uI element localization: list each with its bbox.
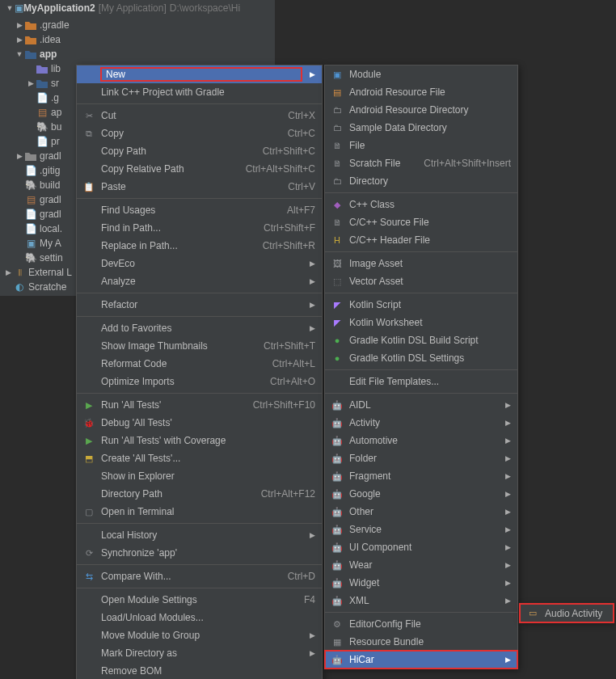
menu-new-sample-data[interactable]: 🗀Sample Data Directory bbox=[325, 119, 517, 137]
menu-copy-path[interactable]: Copy PathCtrl+Shift+C bbox=[77, 142, 322, 160]
gradle-icon: 🐘 bbox=[24, 252, 37, 264]
tree-item-gradle[interactable]: ▶.gradle bbox=[0, 18, 275, 32]
folder-icon: 🗀 bbox=[330, 105, 344, 115]
shortcut: Ctrl+Shift+F10 bbox=[253, 399, 315, 411]
menu-new-widget[interactable]: 🤖Widget▶ bbox=[325, 574, 517, 592]
menu-new-scratch[interactable]: 🗎Scratch FileCtrl+Alt+Shift+Insert bbox=[325, 154, 517, 172]
menu-run-coverage[interactable]: ▶Run 'All Tests' with Coverage bbox=[77, 432, 322, 449]
menu-separator bbox=[325, 393, 517, 394]
context-menu-main: New▶ Link C++ Project with Gradle ✂CutCt… bbox=[76, 65, 323, 679]
menu-label: EditorConfig File bbox=[349, 618, 511, 630]
menu-new-cpp-source[interactable]: 🗎C/C++ Source File bbox=[325, 213, 517, 231]
menu-new-resource-dir[interactable]: 🗀Android Resource Directory bbox=[325, 101, 517, 119]
menu-label: Copy bbox=[101, 128, 273, 139]
submenu-arrow-icon: ▶ bbox=[505, 436, 511, 445]
shortcut: Ctrl+Alt+Shift+C bbox=[246, 163, 315, 175]
android-icon: 🤖 bbox=[330, 560, 344, 571]
tree-item-idea[interactable]: ▶.idea bbox=[0, 32, 275, 47]
menu-label: Replace in Path... bbox=[101, 240, 248, 251]
menu-new-editorconfig[interactable]: ⚙EditorConfig File bbox=[325, 615, 517, 633]
menu-new-automotive[interactable]: 🤖Automotive▶ bbox=[325, 432, 517, 449]
tree-label: External L bbox=[28, 267, 72, 278]
menu-new-directory[interactable]: 🗀Directory bbox=[325, 172, 517, 190]
menu-new-xml[interactable]: 🤖XML▶ bbox=[325, 592, 517, 609]
submenu-arrow-icon: ▶ bbox=[505, 597, 511, 605]
menu-load-unload[interactable]: Load/Unload Modules... bbox=[77, 609, 322, 626]
menu-directory-path[interactable]: Directory PathCtrl+Alt+F12 bbox=[77, 485, 322, 503]
menu-find-usages[interactable]: Find UsagesAlt+F7 bbox=[77, 201, 322, 219]
kotlin-icon: ◤ bbox=[330, 318, 344, 328]
menu-debug[interactable]: 🐞Debug 'All Tests' bbox=[77, 414, 322, 432]
menu-new-service[interactable]: 🤖Service▶ bbox=[325, 521, 517, 538]
menu-run[interactable]: ▶Run 'All Tests'Ctrl+Shift+F10 bbox=[77, 396, 322, 414]
menu-new-gradle-build[interactable]: ●Gradle Kotlin DSL Build Script bbox=[325, 331, 517, 349]
menu-new-file[interactable]: 🗎File bbox=[325, 137, 517, 154]
menu-find-in-path[interactable]: Find in Path...Ctrl+Shift+F bbox=[77, 219, 322, 237]
tree-item-app[interactable]: ▼app bbox=[0, 47, 275, 61]
project-root[interactable]: ▼ ▣ MyApplication2 [My Application] D:\w… bbox=[0, 0, 275, 16]
menu-local-history[interactable]: Local History▶ bbox=[77, 526, 322, 544]
menu-create-tests[interactable]: ⬒Create 'All Tests'... bbox=[77, 449, 322, 467]
menu-label: Mark Directory as bbox=[101, 647, 302, 659]
menu-audio-activity[interactable]: ▭Audio Activity bbox=[521, 605, 613, 622]
menu-synchronize[interactable]: ⟳Synchronize 'app' bbox=[77, 544, 322, 562]
menu-remove-bom[interactable]: Remove BOM bbox=[77, 662, 322, 679]
tree-label: app bbox=[40, 48, 57, 60]
menu-move-module[interactable]: Move Module to Group▶ bbox=[77, 626, 322, 644]
menu-new-fragment[interactable]: 🤖Fragment▶ bbox=[325, 467, 517, 485]
menu-replace-in-path[interactable]: Replace in Path...Ctrl+Shift+R bbox=[77, 237, 322, 255]
menu-cut[interactable]: ✂CutCtrl+X bbox=[77, 107, 322, 124]
file-icon: 📄 bbox=[24, 165, 37, 176]
menu-new-cpp-class[interactable]: ◆C++ Class bbox=[325, 196, 517, 213]
submenu-arrow-icon: ▶ bbox=[310, 277, 315, 285]
menu-label: Remove BOM bbox=[101, 665, 315, 677]
menu-show-thumbnails[interactable]: Show Image ThumbnailsCtrl+Shift+T bbox=[77, 337, 322, 355]
menu-analyze[interactable]: Analyze▶ bbox=[77, 272, 322, 290]
menu-open-terminal[interactable]: ▢Open in Terminal bbox=[77, 503, 322, 521]
menu-new[interactable]: New▶ bbox=[77, 65, 322, 83]
menu-new-wear[interactable]: 🤖Wear▶ bbox=[325, 556, 517, 574]
menu-mark-directory[interactable]: Mark Directory as▶ bbox=[77, 644, 322, 662]
menu-new-google[interactable]: 🤖Google▶ bbox=[325, 485, 517, 503]
menu-new-gradle-settings[interactable]: ●Gradle Kotlin DSL Settings bbox=[325, 349, 517, 367]
menu-new-vector-asset[interactable]: ⬚Vector Asset bbox=[325, 272, 517, 290]
menu-label: Fragment bbox=[349, 470, 497, 482]
menu-label: Create 'All Tests'... bbox=[101, 453, 315, 464]
menu-add-favorites[interactable]: Add to Favorites▶ bbox=[77, 319, 322, 337]
folder-icon bbox=[24, 20, 37, 30]
menu-new-hicar[interactable]: 🤖HiCar▶ bbox=[325, 651, 517, 668]
menu-paste[interactable]: 📋PasteCtrl+V bbox=[77, 178, 322, 196]
menu-new-resource-bundle[interactable]: ▦Resource Bundle bbox=[325, 633, 517, 651]
menu-copy[interactable]: ⧉CopyCtrl+C bbox=[77, 124, 322, 142]
menu-new-resource-file[interactable]: ▤Android Resource File bbox=[325, 83, 517, 101]
gradle-icon: ● bbox=[330, 353, 344, 363]
menu-new-activity[interactable]: 🤖Activity▶ bbox=[325, 414, 517, 432]
menu-label: Kotlin Worksheet bbox=[349, 317, 511, 328]
tree-label: lib bbox=[51, 63, 61, 74]
menu-new-other[interactable]: 🤖Other▶ bbox=[325, 503, 517, 521]
menu-edit-templates[interactable]: Edit File Templates... bbox=[325, 373, 517, 390]
menu-refactor[interactable]: Refactor▶ bbox=[77, 296, 322, 314]
menu-deveco[interactable]: DevEco▶ bbox=[77, 255, 322, 272]
folder-icon bbox=[36, 78, 49, 88]
menu-copy-relative-path[interactable]: Copy Relative PathCtrl+Alt+Shift+C bbox=[77, 160, 322, 178]
menu-compare[interactable]: ⇆Compare With...Ctrl+D bbox=[77, 567, 322, 585]
menu-open-module-settings[interactable]: Open Module SettingsF4 bbox=[77, 591, 322, 609]
menu-new-kotlin-worksheet[interactable]: ◤Kotlin Worksheet bbox=[325, 314, 517, 331]
menu-new-cpp-header[interactable]: HC/C++ Header File bbox=[325, 231, 517, 249]
menu-new-image-asset[interactable]: 🖼Image Asset bbox=[325, 255, 517, 272]
menu-link-cpp[interactable]: Link C++ Project with Gradle bbox=[77, 83, 322, 101]
menu-new-aidl[interactable]: 🤖AIDL▶ bbox=[325, 396, 517, 414]
shortcut: F4 bbox=[304, 594, 315, 605]
menu-new-folder[interactable]: 🤖Folder▶ bbox=[325, 449, 517, 467]
menu-optimize-imports[interactable]: Optimize ImportsCtrl+Alt+O bbox=[77, 373, 322, 390]
menu-new-module[interactable]: ▣Module bbox=[325, 65, 517, 83]
menu-new-ui-component[interactable]: 🤖UI Component▶ bbox=[325, 538, 517, 556]
menu-reformat[interactable]: Reformat CodeCtrl+Alt+L bbox=[77, 355, 322, 373]
menu-new-kotlin-script[interactable]: ◤Kotlin Script bbox=[325, 296, 517, 314]
android-icon: 🤖 bbox=[330, 453, 344, 464]
menu-show-explorer[interactable]: Show in Explorer bbox=[77, 467, 322, 485]
shortcut: Ctrl+Alt+L bbox=[272, 358, 315, 369]
tree-label: .gitig bbox=[40, 165, 60, 176]
shortcut: Ctrl+X bbox=[288, 110, 315, 121]
